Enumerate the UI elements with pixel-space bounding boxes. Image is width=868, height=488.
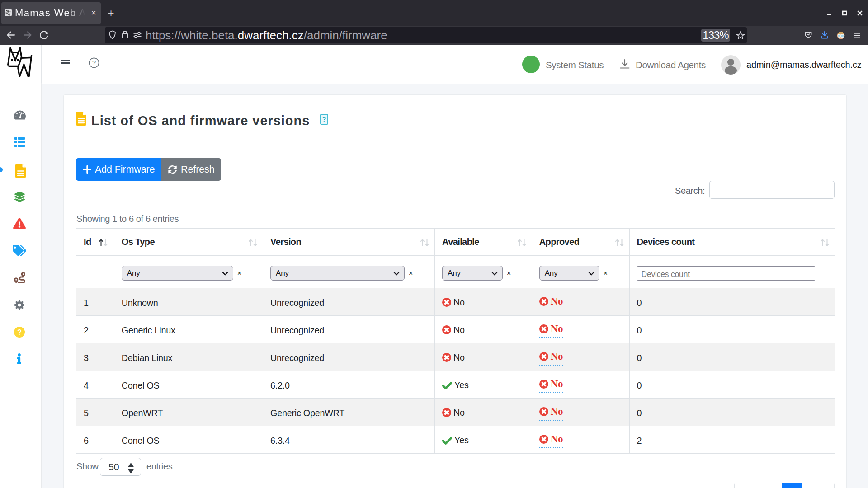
svg-text:?: ? — [92, 59, 96, 66]
svg-text:?: ? — [17, 328, 22, 336]
